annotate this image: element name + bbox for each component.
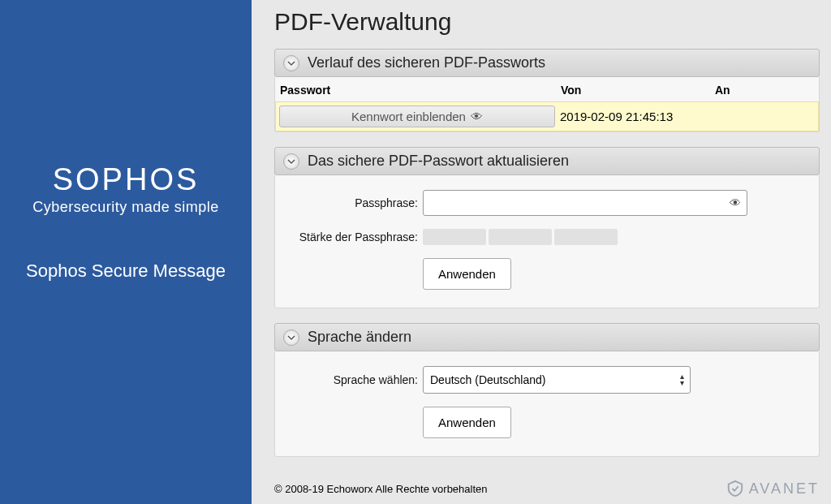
history-row: Kennwort einblenden 👁 2019-02-09 21:45:1…	[275, 101, 819, 131]
col-from: Von	[561, 84, 715, 97]
panel-header-history[interactable]: Verlauf des sicheren PDF-Passworts	[274, 49, 820, 77]
eye-icon: 👁	[471, 110, 483, 123]
brand-logo: SOPHOS Cybersecurity made simple	[32, 162, 219, 216]
panel-title-update: Das sichere PDF-Passwort aktualisieren	[308, 153, 569, 170]
copyright: © 2008-19 Echoworx Alle Rechte vorbehalt…	[274, 483, 488, 495]
strength-meter	[423, 229, 618, 245]
strength-label: Stärke der Passphrase:	[295, 230, 423, 243]
language-body: Sprache wählen: Deutsch (Deutschland) ▴▾…	[274, 351, 820, 457]
passphrase-label: Passphrase:	[295, 196, 423, 209]
col-to: An	[715, 84, 814, 97]
language-select-row: Sprache wählen: Deutsch (Deutschland) ▴▾	[295, 366, 799, 394]
show-password-label: Kennwort einblenden	[351, 110, 466, 123]
show-password-button[interactable]: Kennwort einblenden 👁	[279, 106, 555, 127]
panel-language: Sprache ändern Sprache wählen: Deutsch (…	[274, 323, 820, 457]
brand-tagline: Cybersecurity made simple	[32, 199, 219, 216]
main-content: PDF-Verwaltung Verlauf des sicheren PDF-…	[252, 0, 831, 504]
passphrase-row: Passphrase: 👁	[295, 190, 799, 216]
apply-language-button[interactable]: Anwenden	[423, 407, 511, 438]
footer: © 2008-19 Echoworx Alle Rechte vorbehalt…	[274, 475, 820, 502]
apply-password-button[interactable]: Anwenden	[423, 258, 511, 290]
vendor-name: AVANET	[749, 480, 820, 498]
strength-row: Stärke der Passphrase:	[295, 229, 799, 245]
passphrase-input[interactable]	[423, 190, 747, 216]
brand-name: SOPHOS	[32, 162, 219, 197]
history-from-value: 2019-02-09 21:45:13	[560, 110, 714, 123]
language-select-label: Sprache wählen:	[295, 373, 423, 386]
eye-icon[interactable]: 👁	[730, 196, 741, 209]
chevron-down-icon	[283, 153, 299, 170]
panel-title-history: Verlauf des sicheren PDF-Passworts	[308, 54, 545, 71]
product-title: Sophos Secure Message	[26, 261, 226, 282]
panel-title-language: Sprache ändern	[308, 329, 411, 346]
vendor-logo: AVANET	[726, 480, 820, 498]
chevron-down-icon	[283, 330, 299, 346]
history-table-header: Passwort Von An	[275, 77, 819, 101]
shield-icon	[726, 480, 744, 498]
panel-header-language[interactable]: Sprache ändern	[274, 323, 820, 351]
col-password: Passwort	[280, 84, 561, 97]
panel-password-history: Verlauf des sicheren PDF-Passworts Passw…	[274, 49, 820, 132]
panel-update-password: Das sichere PDF-Passwort aktualisieren P…	[274, 147, 820, 308]
panel-header-update[interactable]: Das sichere PDF-Passwort aktualisieren	[274, 147, 820, 175]
page-title: PDF-Verwaltung	[274, 0, 820, 49]
chevron-down-icon	[283, 55, 299, 71]
update-body: Passphrase: 👁 Stärke der Passphrase: Anw…	[274, 175, 820, 308]
history-body: Passwort Von An Kennwort einblenden 👁 20…	[274, 77, 820, 132]
sidebar: SOPHOS Cybersecurity made simple Sophos …	[0, 0, 252, 504]
language-select[interactable]: Deutsch (Deutschland)	[423, 366, 691, 394]
